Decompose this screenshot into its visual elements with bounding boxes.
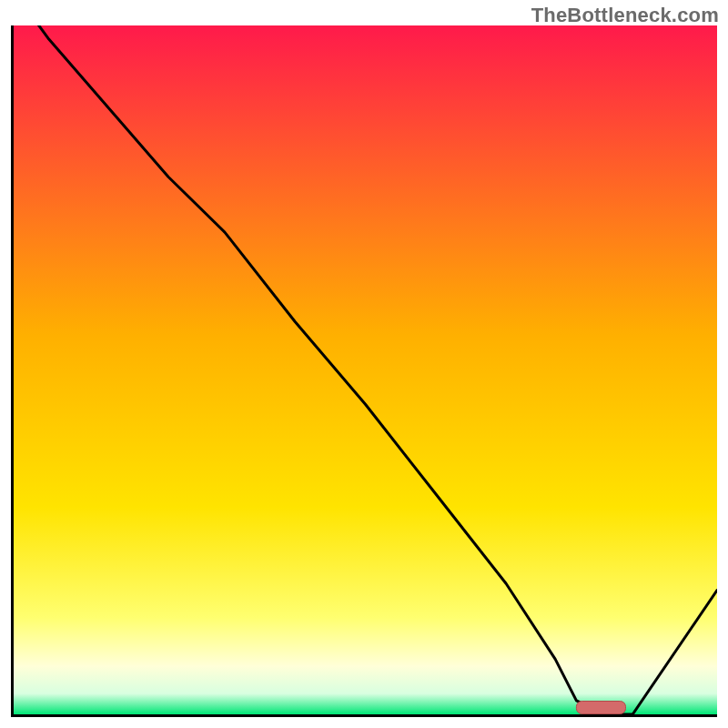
plot-area — [14, 25, 717, 714]
plot-svg — [14, 25, 717, 714]
watermark-text: TheBottleneck.com — [531, 4, 719, 27]
chart-container: TheBottleneck.com — [0, 0, 728, 728]
optimal-marker — [576, 702, 625, 714]
gradient-background — [14, 25, 717, 714]
